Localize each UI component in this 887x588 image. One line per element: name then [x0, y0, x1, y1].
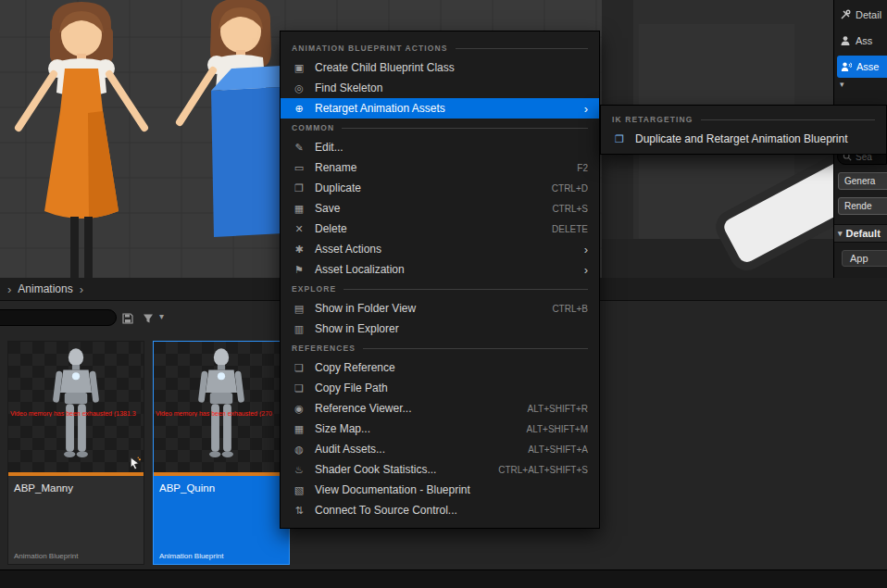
asset-meta: ABP_Manny Animation Blueprint	[8, 476, 144, 564]
menu-item-asset-actions[interactable]: ✱Asset Actions›	[281, 239, 599, 259]
tab-asset[interactable]: Ass	[834, 30, 887, 52]
menu-item-shortcut: ALT+SHIFT+R	[528, 404, 588, 414]
menu-item-show-in-folder-view[interactable]: ▤Show in Folder ViewCTRL+B	[281, 298, 599, 319]
menu-item-save[interactable]: ▦SaveCTRL+S	[281, 198, 599, 219]
menu-item-retarget-animation-assets[interactable]: ⊕Retarget Animation Assets›	[281, 98, 599, 119]
render-button[interactable]: Rende	[838, 197, 887, 215]
menu-section-common: COMMON	[281, 119, 599, 137]
menu-section-ik-retargeting: IK RETARGETING	[601, 110, 886, 129]
chevron-right-icon[interactable]: ›	[7, 283, 11, 295]
reference-viewer-icon: ◉	[292, 403, 306, 415]
menu-item-shortcut: ALT+SHIFT+A	[528, 444, 588, 455]
menu-item-copy-file-path[interactable]: ❏Copy File Path	[281, 378, 599, 398]
menu-item-shortcut: CTRL+S	[552, 204, 588, 214]
menu-item-label: Delete	[315, 222, 347, 235]
menu-item-show-in-explorer[interactable]: ▥Show in Explorer	[281, 319, 599, 339]
video-memory-error-text: Video memory has been exhausted (1381.3	[10, 410, 144, 417]
panel-collapse-row[interactable]: ▾	[834, 80, 887, 94]
menu-item-size-map[interactable]: ▦Size Map...ALT+SHIFT+M	[281, 419, 599, 439]
menu-item-label: Reference Viewer...	[315, 402, 412, 415]
menu-item-label: Duplicate and Retarget Animation Bluepri…	[635, 132, 847, 145]
save-icon: ▦	[292, 203, 306, 215]
duplicate-icon: ❐	[292, 182, 306, 194]
menu-item-label: Copy Reference	[315, 361, 395, 374]
menu-item-label: Asset Actions	[315, 243, 381, 256]
default-section-header[interactable]: ▾ Default	[834, 224, 887, 243]
asset-name: ABP_Manny	[14, 482, 138, 494]
asset-tile-abp-quinn[interactable]: Video memory has been exhausted (270 ABP…	[153, 341, 290, 565]
person-audio-icon	[841, 61, 852, 72]
asset-thumbnail: Video memory has been exhausted (270	[154, 342, 289, 476]
menu-item-duplicate-and-retarget-animation-blueprint[interactable]: ❐ Duplicate and Retarget Animation Bluep…	[601, 129, 886, 149]
menu-item-label: Save	[315, 202, 340, 215]
submenu-arrow-icon: ›	[584, 264, 588, 276]
asset-search-input[interactable]	[0, 309, 117, 326]
blueprint-child-icon: ▣	[292, 62, 306, 74]
section-divider	[701, 119, 876, 120]
folder-view-icon: ▤	[292, 303, 306, 315]
menu-item-label: Edit...	[315, 141, 344, 154]
tab-label: Detail	[856, 9, 881, 20]
menu-item-label: Retarget Animation Assets	[315, 102, 445, 115]
menu-section-references: REFERENCES	[281, 339, 599, 357]
documentation-icon: ▧	[292, 484, 306, 496]
tab-asset-browser[interactable]: Asse	[837, 56, 887, 78]
chevron-right-icon[interactable]: ›	[80, 283, 83, 295]
asset-type-label: Animation Blueprint	[14, 552, 78, 560]
menu-item-shortcut: CTRL+D	[552, 183, 588, 194]
status-bar	[0, 569, 887, 588]
unreal-editor-window: Detail Ass Asse ▾ Sea	[0, 0, 887, 588]
menu-item-label: Show in Explorer	[315, 322, 399, 335]
general-button[interactable]: Genera	[838, 172, 887, 190]
section-title: Default	[846, 228, 881, 239]
menu-item-delete[interactable]: ✕DeleteDELETE	[281, 219, 599, 239]
context-menu: ANIMATION BLUEPRINT ACTIONS▣Create Child…	[280, 31, 600, 529]
asset-tile-abp-manny[interactable]: Video memory has been exhausted (1381.3 …	[7, 341, 144, 565]
menu-item-find-skeleton[interactable]: ◎Find Skeleton	[281, 78, 599, 98]
menu-item-edit[interactable]: ✎Edit...	[281, 137, 599, 157]
menu-item-duplicate[interactable]: ❐DuplicateCTRL+D	[281, 178, 599, 198]
apply-button[interactable]: App	[842, 250, 887, 267]
section-divider	[344, 289, 588, 290]
retarget-submenu: IK RETARGETING ❐ Duplicate and Retarget …	[600, 105, 887, 155]
edit-icon: ✎	[292, 142, 306, 154]
asset-actions-icon: ✱	[292, 244, 306, 256]
menu-item-label: Audit Assets...	[315, 443, 385, 456]
menu-item-copy-reference[interactable]: ❏Copy Reference	[281, 357, 599, 378]
menu-item-label: Copy File Path	[315, 382, 388, 394]
delete-icon: ✕	[292, 223, 306, 235]
submenu-arrow-icon: ›	[584, 244, 588, 256]
menu-item-asset-localization[interactable]: ⚑Asset Localization›	[281, 259, 599, 280]
menu-item-label: Rename	[315, 161, 356, 174]
menu-item-shortcut: ALT+SHIFT+M	[527, 424, 589, 434]
menu-item-connect-to-source-control[interactable]: ⇅Connect To Source Control...	[281, 500, 599, 520]
menu-item-audit-assets[interactable]: ◍Audit Assets...ALT+SHIFT+A	[281, 439, 599, 459]
tab-label: Asse	[856, 61, 879, 72]
chevron-down-icon[interactable]: ▾	[159, 311, 164, 321]
filter-icon[interactable]	[143, 313, 154, 324]
menu-item-shader-cook-statistics[interactable]: ♨Shader Cook Statistics...CTRL+ALT+SHIFT…	[281, 459, 599, 480]
save-search-icon[interactable]	[122, 313, 133, 324]
menu-item-label: Find Skeleton	[315, 81, 382, 94]
person-icon	[840, 35, 851, 46]
menu-item-rename[interactable]: ▭RenameF2	[281, 157, 599, 178]
menu-item-reference-viewer[interactable]: ◉Reference Viewer...ALT+SHIFT+R	[281, 398, 599, 419]
chevron-down-icon: ▾	[838, 229, 843, 238]
menu-item-label: Create Child Blueprint Class	[315, 61, 455, 74]
menu-item-label: Show in Folder View	[315, 302, 416, 315]
submenu-arrow-icon: ›	[584, 103, 588, 115]
asset-type-label: Animation Blueprint	[159, 552, 223, 560]
menu-item-create-child-blueprint-class[interactable]: ▣Create Child Blueprint Class	[281, 57, 599, 78]
menu-item-shortcut: CTRL+B	[552, 304, 588, 314]
menu-item-shortcut: CTRL+ALT+SHIFT+S	[498, 465, 588, 475]
menu-item-view-documentation-blueprint[interactable]: ▧View Documentation - Blueprint	[281, 480, 599, 500]
breadcrumb-folder[interactable]: Animations	[18, 282, 72, 295]
rename-icon: ▭	[292, 162, 306, 174]
menu-section-animation-blueprint-actions: ANIMATION BLUEPRINT ACTIONS	[281, 39, 599, 57]
asset-grid: Video memory has been exhausted (1381.3 …	[7, 341, 290, 565]
video-memory-error-text: Video memory has been exhausted (270	[156, 410, 289, 417]
tools-icon	[840, 9, 851, 20]
section-divider	[342, 128, 588, 129]
size-map-icon: ▦	[292, 423, 306, 435]
tab-details[interactable]: Detail	[834, 4, 887, 26]
